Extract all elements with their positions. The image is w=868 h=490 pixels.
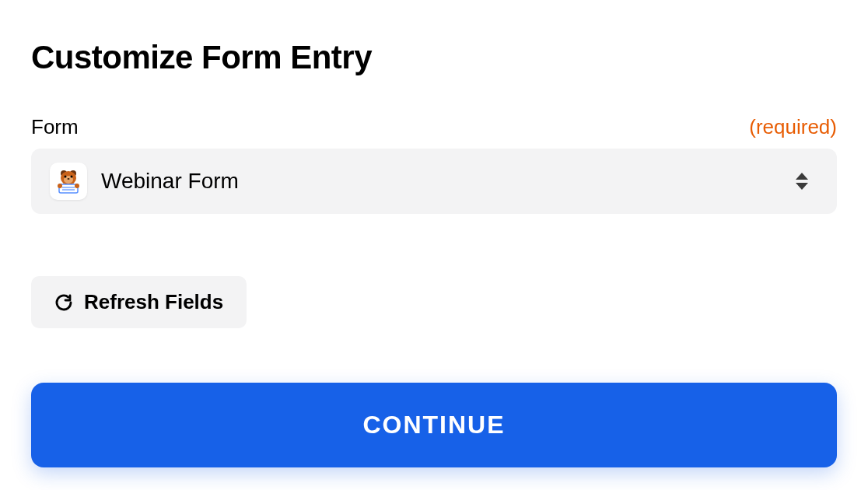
form-label: Form bbox=[31, 115, 79, 139]
continue-button-label: CONTINUE bbox=[362, 411, 505, 439]
form-label-row: Form (required) bbox=[31, 115, 837, 139]
refresh-icon bbox=[54, 293, 73, 312]
continue-button[interactable]: CONTINUE bbox=[31, 383, 837, 467]
required-tag: (required) bbox=[749, 115, 837, 139]
form-select[interactable]: Webinar Form bbox=[31, 149, 837, 214]
svg-point-11 bbox=[75, 184, 79, 188]
sort-arrows-icon bbox=[795, 170, 809, 192]
wpforms-bear-icon bbox=[50, 163, 87, 200]
page-title: Customize Form Entry bbox=[31, 39, 837, 76]
select-left: Webinar Form bbox=[50, 163, 239, 200]
svg-point-10 bbox=[58, 184, 62, 188]
svg-point-6 bbox=[68, 178, 70, 180]
refresh-button-label: Refresh Fields bbox=[84, 290, 223, 314]
refresh-fields-button[interactable]: Refresh Fields bbox=[31, 276, 247, 328]
svg-point-4 bbox=[65, 176, 67, 178]
svg-point-5 bbox=[71, 176, 73, 178]
select-value: Webinar Form bbox=[101, 169, 239, 194]
